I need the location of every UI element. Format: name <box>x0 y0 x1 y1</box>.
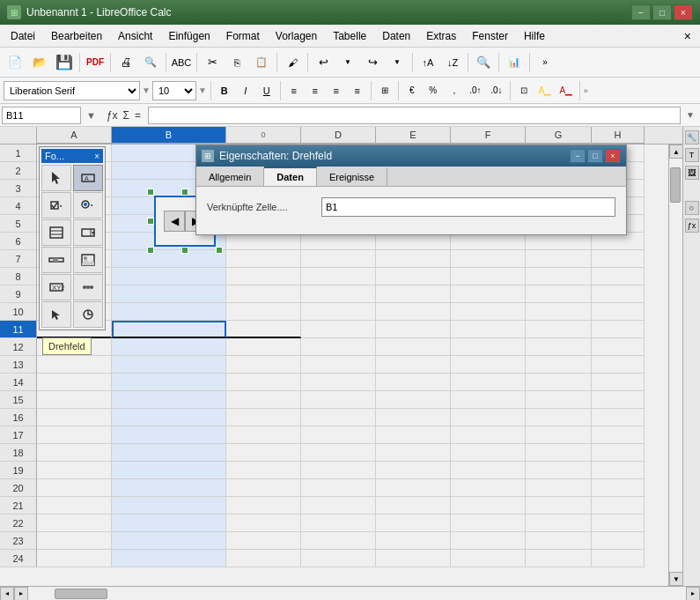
sum-icon[interactable]: Σ <box>122 109 131 122</box>
spin-decrease-button[interactable]: ◀ <box>164 211 185 232</box>
row-header-22[interactable]: 22 <box>0 515 37 532</box>
cell-E13[interactable] <box>376 356 451 374</box>
label-tool-button[interactable]: A <box>73 165 103 191</box>
cell-D13[interactable] <box>301 356 376 374</box>
menu-tabelle[interactable]: Tabelle <box>326 28 373 44</box>
cell-H20[interactable] <box>592 479 645 497</box>
cell-E15[interactable] <box>376 391 451 409</box>
formula-input[interactable] <box>148 107 681 124</box>
cell-A21[interactable] <box>37 497 112 515</box>
cell-A18[interactable] <box>37 444 112 462</box>
menu-format[interactable]: Format <box>219 28 267 44</box>
print-preview-button[interactable]: 🔍 <box>139 51 162 74</box>
cell-B11[interactable] <box>112 321 226 338</box>
cell-E24[interactable] <box>376 550 451 567</box>
cell-E11[interactable] <box>376 321 451 338</box>
cell-G10[interactable] <box>526 303 592 321</box>
radiobutton-tool-button[interactable]: • <box>73 192 103 219</box>
cell-E6[interactable] <box>376 233 451 250</box>
undo-dropdown-button[interactable]: ▼ <box>336 51 359 74</box>
cell-A24[interactable] <box>37 550 112 567</box>
row-header-13[interactable]: 13 <box>0 356 37 374</box>
cell-F21[interactable] <box>451 497 526 515</box>
row-header-23[interactable]: 23 <box>0 532 37 550</box>
cell-D14[interactable] <box>301 374 376 391</box>
cell-H15[interactable] <box>592 391 645 409</box>
cell-A16[interactable] <box>37 409 112 426</box>
cell-H16[interactable] <box>592 409 645 426</box>
combobox-tool-button[interactable]: ▾ <box>73 219 103 246</box>
handle-topleft[interactable] <box>147 189 154 196</box>
cell-H6[interactable] <box>592 233 645 250</box>
cell-H11[interactable] <box>592 321 645 338</box>
cell-D16[interactable] <box>301 409 376 426</box>
hscroll-track[interactable] <box>28 587 686 601</box>
dialog-tab-ereignisse[interactable]: Ereignisse <box>317 167 387 186</box>
open-button[interactable]: 📂 <box>28 51 51 74</box>
size-dropdown-icon[interactable]: ▼ <box>198 85 207 95</box>
cell-D19[interactable] <box>301 462 376 479</box>
right-btn-5[interactable]: ƒx <box>685 219 699 233</box>
controls-toolbar-header[interactable]: Fo... × <box>41 149 103 163</box>
cell-H19[interactable] <box>592 462 645 479</box>
cell-G7[interactable] <box>526 250 592 268</box>
hscroll-end-button[interactable]: ▸ <box>686 587 700 601</box>
chart-button[interactable]: 📊 <box>503 51 526 74</box>
formula-wizard-icon[interactable]: ƒx <box>105 109 120 122</box>
cell-A23[interactable] <box>37 532 112 550</box>
row-header-1[interactable]: 1 <box>0 144 37 162</box>
handle-topcenter[interactable] <box>181 189 188 196</box>
cell-F10[interactable] <box>451 303 526 321</box>
menu-hilfe[interactable]: Hilfe <box>517 28 552 44</box>
menu-datei[interactable]: Datei <box>4 28 42 44</box>
cell-H17[interactable] <box>592 426 645 444</box>
handle-middleleft[interactable] <box>147 218 154 225</box>
thousands-button[interactable]: , <box>445 81 464 100</box>
cell-B21[interactable] <box>112 497 226 515</box>
italic-button[interactable]: I <box>236 81 255 100</box>
controls-toolbar-close-button[interactable]: × <box>94 152 99 161</box>
cell-F23[interactable] <box>451 532 526 550</box>
row-header-3[interactable]: 3 <box>0 180 37 197</box>
control-properties-button[interactable] <box>73 301 103 328</box>
cell-D11[interactable] <box>301 321 376 338</box>
cell-F12[interactable] <box>451 338 526 356</box>
cell-D22[interactable] <box>301 515 376 532</box>
cell-E23[interactable] <box>376 532 451 550</box>
cell-H7[interactable] <box>592 250 645 268</box>
row-header-14[interactable]: 14 <box>0 374 37 391</box>
cell-A22[interactable] <box>37 515 112 532</box>
cell-F24[interactable] <box>451 550 526 567</box>
cell-G13[interactable] <box>526 356 592 374</box>
cell-G24[interactable] <box>526 550 592 567</box>
cell-B12[interactable] <box>112 338 226 356</box>
cell-D17[interactable] <box>301 426 376 444</box>
undo-button[interactable]: ↩ <box>312 51 335 74</box>
more-button[interactable]: » <box>534 51 556 74</box>
row-header-12[interactable]: 12 <box>0 338 37 356</box>
cell-E20[interactable] <box>376 479 451 497</box>
cell-G23[interactable] <box>526 532 592 550</box>
navigator-button[interactable]: 🔧 <box>685 130 699 144</box>
dialog-titlebar[interactable]: ⊞ Eigenschaften: Drehfeld − □ × <box>196 145 626 167</box>
menu-einfuegen[interactable]: Einfügen <box>161 28 217 44</box>
image-tool-button[interactable] <box>73 247 103 273</box>
checkbox-tool-button[interactable]: ▪ <box>41 192 71 219</box>
cell-H21[interactable] <box>592 497 645 515</box>
save-button[interactable]: 💾 <box>53 51 76 74</box>
row-header-18[interactable]: 18 <box>0 444 37 462</box>
font-color-button[interactable]: A▁ <box>556 81 576 100</box>
cell-C10[interactable] <box>226 303 301 321</box>
cell-H9[interactable] <box>592 285 645 303</box>
row-header-4[interactable]: 4 <box>0 197 37 215</box>
cell-A19[interactable] <box>37 462 112 479</box>
align-right-button[interactable]: ≡ <box>327 81 346 100</box>
row-header-5[interactable]: 5 <box>0 215 37 233</box>
cell-C8[interactable] <box>226 268 301 285</box>
col-header-B[interactable]: B <box>112 127 226 144</box>
cell-H8[interactable] <box>592 268 645 285</box>
row-header-17[interactable]: 17 <box>0 426 37 444</box>
cell-A17[interactable] <box>37 426 112 444</box>
cell-H18[interactable] <box>592 444 645 462</box>
cell-C18[interactable] <box>226 444 301 462</box>
